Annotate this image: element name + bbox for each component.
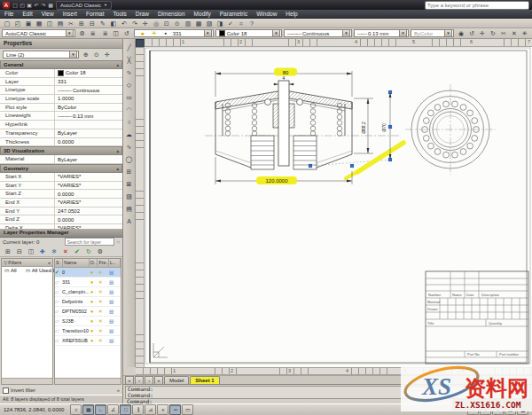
- line-icon[interactable]: ╱: [123, 42, 135, 53]
- plot-icon[interactable]: ▦: [47, 2, 54, 9]
- workspace-title[interactable]: AutoCAD Classic ▼: [56, 1, 112, 10]
- property-row[interactable]: Start X*VARIES*: [0, 173, 122, 182]
- last-tab-button[interactable]: »: [154, 376, 163, 385]
- lineweight-combo[interactable]: —— 0.13 mm ▾: [354, 29, 409, 37]
- help-icon[interactable]: ?: [247, 19, 257, 28]
- plot-icon[interactable]: ▤: [109, 279, 121, 285]
- props-section-header[interactable]: Geometry▴: [0, 164, 122, 173]
- prev-tab-button[interactable]: ‹: [135, 376, 144, 385]
- quick-select-icon[interactable]: ✛: [103, 50, 113, 59]
- make-block-icon[interactable]: ⊠: [123, 178, 135, 190]
- collapse-icon[interactable]: «: [117, 388, 120, 393]
- layer-row[interactable]: ✔0●☀▤: [55, 268, 121, 278]
- property-row[interactable]: Layer331: [0, 78, 122, 87]
- layer-properties-manager-icon[interactable]: ≣: [100, 28, 110, 38]
- bulb-icon[interactable]: ●: [90, 328, 98, 333]
- menu-edit[interactable]: Edit: [18, 10, 36, 19]
- delete-layer-icon[interactable]: ✕: [61, 247, 71, 256]
- markup-icon[interactable]: ✓: [226, 19, 236, 28]
- rotate-icon[interactable]: ↻: [489, 28, 498, 38]
- bulb-icon[interactable]: ●: [90, 279, 98, 285]
- menu-tools[interactable]: Tools: [109, 10, 131, 19]
- layer-previous-icon[interactable]: ↺: [467, 28, 477, 38]
- menu-insert[interactable]: Insert: [59, 10, 82, 19]
- spline-icon[interactable]: ∿: [123, 141, 135, 153]
- redo-icon[interactable]: ↷: [130, 19, 140, 28]
- quickcalc-icon[interactable]: ⌗: [237, 19, 246, 28]
- property-row[interactable]: End Z0.0000: [0, 215, 122, 224]
- rectangle-icon[interactable]: ▭: [123, 91, 135, 103]
- new-property-filter-icon[interactable]: ⊞: [4, 247, 13, 256]
- menu-file[interactable]: File: [0, 10, 18, 19]
- property-row[interactable]: MaterialByLayer: [0, 155, 122, 164]
- property-row[interactable]: Start Y*VARIES*: [0, 182, 122, 191]
- sun-icon[interactable]: ☀: [98, 309, 109, 314]
- polygon-icon[interactable]: ◇: [123, 79, 135, 90]
- column-header-1[interactable]: Name: [63, 259, 90, 267]
- bulb-icon[interactable]: ●: [90, 270, 98, 275]
- new-group-filter-icon[interactable]: ⊟: [15, 247, 25, 256]
- sun-icon[interactable]: ☀: [98, 299, 109, 304]
- qnew-icon[interactable]: ▢: [3, 19, 12, 28]
- ellipse-icon[interactable]: ◯: [123, 153, 135, 165]
- column-header-4[interactable]: L..: [109, 259, 121, 267]
- menu-format[interactable]: Format: [82, 10, 109, 19]
- bulb-icon[interactable]: ●: [90, 299, 98, 304]
- qp-toggle[interactable]: ▭: [182, 404, 193, 415]
- cut-icon[interactable]: ✂: [66, 19, 76, 28]
- plot-icon[interactable]: ▤: [109, 299, 121, 304]
- tab-sheet1[interactable]: Sheet 1: [190, 376, 219, 385]
- sheet-set-manager-icon[interactable]: ◨: [215, 19, 225, 28]
- menu-help[interactable]: Help: [281, 10, 301, 19]
- property-row[interactable]: Linetype———Continuous: [0, 86, 122, 95]
- toggle-pickadd-icon[interactable]: ⊕: [82, 50, 91, 59]
- object-type-combo[interactable]: Line (2) ▾: [3, 51, 79, 59]
- menu-modify[interactable]: Modify: [190, 10, 215, 19]
- layer-row[interactable]: ▱DPTM0502●☀▤: [55, 307, 121, 317]
- properties-icon[interactable]: ▥: [184, 19, 193, 28]
- property-row[interactable]: Thickness0.0000: [0, 138, 122, 147]
- lwt-toggle[interactable]: ═: [169, 404, 181, 415]
- erase-icon[interactable]: ✕: [510, 28, 520, 38]
- property-row[interactable]: ColorColor 18: [0, 69, 122, 78]
- sun-icon[interactable]: ☀: [98, 270, 109, 275]
- menu-dimension[interactable]: Dimension: [153, 10, 190, 19]
- plot-icon[interactable]: ▤: [109, 318, 121, 324]
- layer-sun-icon[interactable]: ☀: [149, 29, 159, 37]
- column-header-0[interactable]: S: [55, 259, 63, 267]
- plot-icon[interactable]: ▤: [109, 289, 121, 294]
- snap-toggle[interactable]: ⌗: [70, 404, 82, 415]
- layer-color-swatch-icon[interactable]: ▪: [160, 29, 170, 37]
- props-section-header[interactable]: General▴: [0, 60, 122, 69]
- layer-states-icon[interactable]: ◫: [111, 28, 121, 38]
- menu-window[interactable]: Window: [252, 10, 281, 19]
- ducs-toggle[interactable]: ⊿: [145, 404, 156, 415]
- collapse-icon[interactable]: ▴: [116, 62, 119, 67]
- collapse-icon[interactable]: «: [48, 260, 51, 265]
- insert-block-icon[interactable]: ⊞: [123, 166, 135, 177]
- zoom-realtime-icon[interactable]: ◎: [152, 19, 161, 28]
- zoom-previous-icon[interactable]: ⊙: [173, 19, 183, 28]
- layer-row[interactable]: ▱XREF5SUB●☀▤: [55, 336, 121, 346]
- collapse-icon[interactable]: ▴: [116, 166, 119, 171]
- props-section-header[interactable]: 3D Visualization▴: [0, 146, 122, 155]
- dyn-toggle[interactable]: ⌖: [157, 404, 168, 415]
- match-properties-icon[interactable]: ✎: [98, 19, 108, 28]
- bulb-icon[interactable]: ●: [90, 318, 98, 324]
- open-file-icon[interactable]: ◰: [19, 2, 26, 9]
- filter-item-0[interactable]: ▭ All: [2, 268, 17, 273]
- layer-row[interactable]: ▱Transition10●☀▤: [55, 326, 121, 336]
- sun-icon[interactable]: ☀: [98, 318, 109, 324]
- sun-icon[interactable]: ☀: [98, 328, 109, 333]
- filters-header[interactable]: ▽ Filters «: [2, 259, 52, 267]
- section-view[interactable]: [205, 81, 400, 169]
- plot-icon[interactable]: ▤: [109, 309, 121, 314]
- end-view[interactable]: [405, 84, 496, 175]
- sun-icon[interactable]: ☀: [98, 338, 109, 343]
- select-objects-icon[interactable]: ⊙: [92, 50, 102, 59]
- layout-canvas[interactable]: 80 4 120.0000 Ø88.2 Ø70: [145, 47, 532, 367]
- trim-icon[interactable]: ✂: [499, 28, 509, 38]
- otrack-toggle[interactable]: ∥: [132, 404, 144, 415]
- new-file-icon[interactable]: ▢: [12, 2, 19, 9]
- layer-row[interactable]: ▱Defpoints●☀▤: [55, 297, 121, 307]
